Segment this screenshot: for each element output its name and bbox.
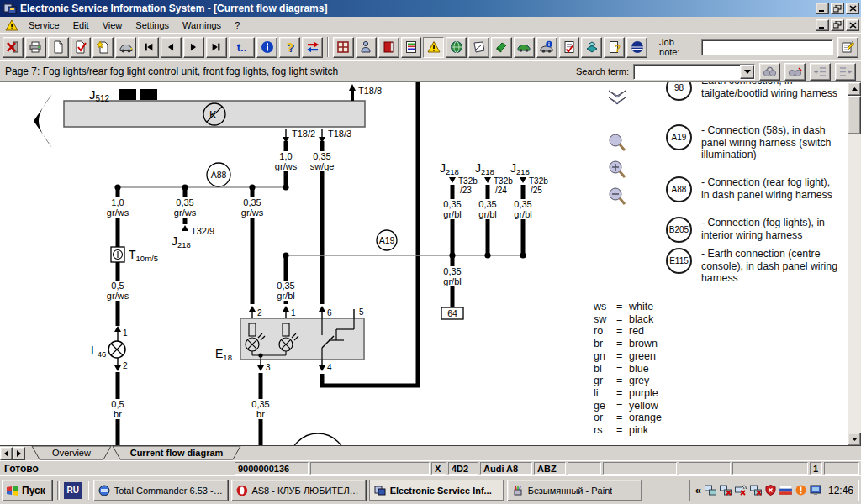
nav-next-button[interactable] [183, 37, 204, 58]
print-button[interactable] [25, 37, 46, 58]
toolbar: t.. ?? ? Job note: [0, 34, 861, 60]
network-error2-icon[interactable] [750, 485, 762, 496]
j218-column-2: J218 T32b /24 0,35 gr/bl [475, 161, 513, 255]
component-j512: K J512 3 8 [64, 87, 365, 127]
list-document-icon [404, 40, 418, 54]
exit-button[interactable] [3, 37, 24, 58]
modules-button[interactable] [333, 37, 354, 58]
wireless-error-icon[interactable] [735, 485, 747, 496]
restore-button[interactable] [831, 3, 844, 14]
svg-text:Overview: Overview [52, 448, 91, 458]
zoom-in-icon[interactable] [607, 160, 627, 180]
svg-text:0,35: 0,35 [313, 151, 330, 161]
customer-button[interactable] [356, 37, 377, 58]
search-term-value[interactable] [634, 65, 740, 79]
scrollbar-thumb[interactable] [848, 96, 861, 134]
task-browser[interactable]: AS8 - КЛУБ ЛЮБИТЕЛЕ... [231, 480, 367, 501]
globe-button[interactable] [446, 37, 467, 58]
child-restore-button[interactable] [831, 19, 844, 31]
svg-text:6: 6 [327, 308, 332, 318]
workshop-button[interactable] [581, 37, 602, 58]
task-paint[interactable]: Безымянный - Paint [507, 480, 642, 501]
terminal-t18-8: T18/8 [349, 84, 382, 101]
zoom-icon[interactable] [607, 133, 627, 153]
vehicle-button[interactable] [115, 37, 136, 58]
web-button[interactable] [626, 37, 647, 58]
application-window: Electronic Service Information System - … [0, 0, 861, 504]
menu-warnings[interactable]: Warnings [176, 18, 228, 32]
checklist-button[interactable] [559, 37, 580, 58]
last-page-icon [210, 41, 222, 53]
vehicle-data-button[interactable] [514, 37, 535, 58]
svg-text:J218: J218 [475, 161, 494, 176]
note-button[interactable] [468, 37, 489, 58]
manuals-button[interactable] [378, 37, 399, 58]
language-indicator[interactable]: RU [64, 482, 82, 499]
child-minimize-button[interactable] [816, 19, 829, 31]
job-note-input[interactable] [701, 39, 833, 55]
connection-code-badge: B205 [666, 217, 692, 243]
color-name: red [629, 325, 662, 338]
network-error-icon[interactable] [720, 485, 732, 496]
eraser-button[interactable] [491, 37, 512, 58]
search-next-button[interactable] [784, 63, 806, 81]
expand-down-icon[interactable] [607, 89, 627, 108]
vehicle-info-button[interactable] [536, 37, 557, 58]
child-close-button[interactable] [846, 19, 859, 31]
zoom-out-icon[interactable] [607, 186, 627, 207]
menu-edit[interactable]: Edit [66, 18, 96, 32]
document-warning-icon[interactable] [5, 19, 18, 31]
search-term-combo[interactable] [633, 64, 755, 80]
security-alert-icon[interactable] [765, 485, 776, 496]
menu-service[interactable]: Service [22, 18, 66, 32]
network-icon[interactable] [705, 485, 716, 496]
indent-next-button[interactable] [835, 63, 856, 81]
diagram-tools [607, 89, 632, 213]
nav-prev-button[interactable] [161, 37, 182, 58]
tab-overview[interactable]: Overview [32, 446, 111, 459]
edit-document-button[interactable] [71, 37, 92, 58]
warning-triangle-icon [427, 40, 441, 54]
help-button[interactable]: ?? [279, 37, 300, 58]
j512-label: J512 [89, 87, 110, 103]
new-note-button[interactable] [92, 37, 114, 58]
tray-collapse-icon[interactable]: « [695, 484, 701, 496]
vertical-scrollbar[interactable] [848, 82, 861, 445]
alert-icon[interactable] [795, 485, 806, 496]
swap-button[interactable] [302, 37, 323, 58]
scroll-down-button[interactable] [848, 433, 861, 445]
indent-prev-button[interactable] [810, 63, 831, 81]
info-button[interactable] [256, 37, 277, 58]
task-elsa[interactable]: Electronic Service Inf... [369, 480, 504, 501]
task-total-commander[interactable]: Total Commander 6.53 - ... [93, 480, 229, 501]
diagram-area[interactable]: K J512 3 8 T18/8 T18/2 1 [0, 81, 861, 445]
warnings-button[interactable] [423, 37, 444, 58]
tab-scroll-right-button[interactable] [13, 447, 25, 460]
new-document-button[interactable] [48, 37, 69, 58]
display-icon[interactable] [810, 485, 821, 496]
page-back-arrow[interactable] [34, 94, 52, 148]
svg-text:0,35: 0,35 [251, 399, 269, 409]
color-key-row: gr=grey [594, 375, 662, 387]
color-abbr: ge [594, 400, 616, 412]
minimize-button[interactable] [816, 3, 829, 14]
equals-sign: = [616, 400, 629, 412]
menu-settings[interactable]: Settings [129, 18, 176, 32]
job-note-edit-button[interactable] [837, 37, 858, 58]
menu-help[interactable]: ? [228, 18, 246, 32]
nav-first-button[interactable] [138, 37, 159, 58]
menu-view[interactable]: View [96, 18, 129, 32]
tab-current-flow-diagram[interactable]: Current flow diagram [113, 446, 240, 459]
document-list-button[interactable] [401, 37, 422, 58]
combo-dropdown-button[interactable] [740, 65, 754, 79]
close-button[interactable] [846, 3, 859, 14]
search-button[interactable] [759, 63, 780, 81]
start-button[interactable]: Пуск [2, 480, 53, 501]
ru-flag-icon[interactable] [779, 486, 792, 495]
nav-last-button[interactable] [206, 37, 227, 58]
color-abbr: ws [594, 301, 616, 313]
document-help-button[interactable]: ? [604, 37, 625, 58]
scroll-up-button[interactable] [848, 82, 861, 96]
history-button[interactable]: t.. [229, 37, 256, 58]
tab-scroll-left-button[interactable] [0, 447, 13, 460]
